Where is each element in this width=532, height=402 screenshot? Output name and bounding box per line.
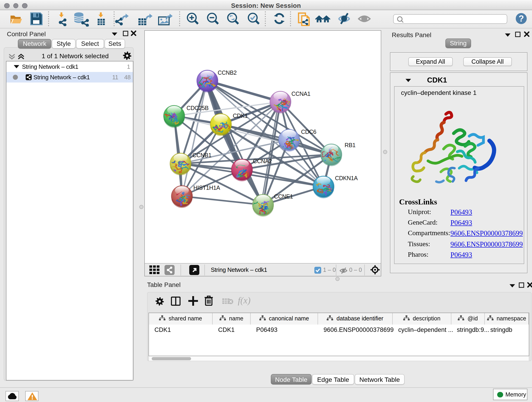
svg-text:CCNE1: CCNE1 [274, 193, 293, 200]
svg-text:CDC25B: CDC25B [186, 105, 209, 111]
svg-text:CCNB1: CCNB1 [192, 152, 211, 158]
svg-text:HIST1H1A: HIST1H1A [193, 185, 220, 191]
svg-text:CDKN1A: CDKN1A [335, 175, 358, 181]
svg-text:CDK1: CDK1 [233, 113, 248, 119]
svg-text:CCNA2: CCNA2 [253, 158, 272, 164]
svg-text:CCNA1: CCNA1 [291, 90, 310, 97]
svg-text:?: ? [519, 14, 524, 23]
svg-text:CDC6: CDC6 [301, 128, 316, 135]
svg-text:RB1: RB1 [345, 142, 355, 148]
svg-text:CCNB2: CCNB2 [218, 70, 237, 76]
